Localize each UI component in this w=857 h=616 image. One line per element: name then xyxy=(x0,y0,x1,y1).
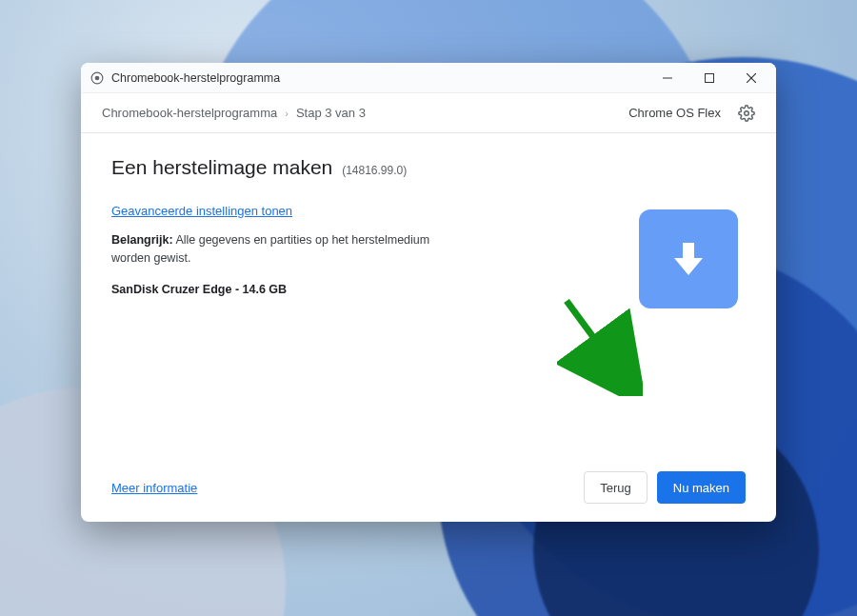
show-advanced-settings-link[interactable]: Geavanceerde instellingen tonen xyxy=(111,204,292,218)
window-close-button[interactable] xyxy=(730,64,772,92)
app-icon xyxy=(90,71,104,85)
svg-point-1 xyxy=(95,75,100,80)
page-title-text: Een herstelimage maken xyxy=(111,156,332,178)
breadcrumb-root: Chromebook-herstelprogramma xyxy=(102,106,277,120)
back-button[interactable]: Terug xyxy=(584,471,648,504)
window-minimize-button[interactable] xyxy=(647,64,688,92)
more-info-link[interactable]: Meer informatie xyxy=(111,481,197,495)
annotation-arrow-icon xyxy=(557,291,643,396)
svg-rect-3 xyxy=(706,73,714,82)
app-window: Chromebook-herstelprogramma Chromebook-h… xyxy=(81,63,776,522)
download-arrow-icon xyxy=(665,235,712,283)
window-maximize-button[interactable] xyxy=(688,64,730,92)
os-selection-label: Chrome OS Flex xyxy=(628,106,721,120)
window-titlebar: Chromebook-herstelprogramma xyxy=(81,63,776,93)
window-title: Chromebook-herstelprogramma xyxy=(111,71,280,85)
page-title: Een herstelimage maken (14816.99.0) xyxy=(111,156,407,179)
warning-bold: Belangrijk: xyxy=(111,233,173,247)
download-illustration xyxy=(639,209,738,308)
version-label: (14816.99.0) xyxy=(342,164,407,177)
footer-bar: Meer informatie Terug Nu maken xyxy=(81,465,776,522)
create-now-button[interactable]: Nu maken xyxy=(657,471,746,504)
svg-point-6 xyxy=(745,110,749,115)
content-area: Een herstelimage maken (14816.99.0) Geav… xyxy=(81,133,776,465)
breadcrumb-step: Stap 3 van 3 xyxy=(296,106,366,120)
settings-button[interactable] xyxy=(738,105,755,122)
chevron-right-icon: › xyxy=(285,108,289,119)
warning-text: Belangrijk: Alle gegevens en partities o… xyxy=(111,231,454,268)
svg-line-7 xyxy=(567,301,620,373)
breadcrumb-bar: Chromebook-herstelprogramma › Stap 3 van… xyxy=(81,93,776,133)
